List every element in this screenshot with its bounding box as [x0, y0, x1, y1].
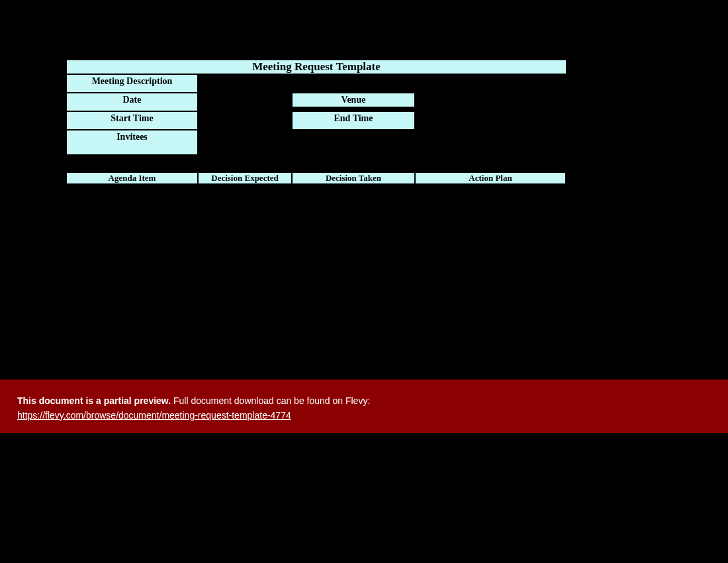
col-decision-expected: Decision Expected: [198, 172, 292, 184]
col-action-plan: Action Plan: [415, 172, 566, 184]
banner-link[interactable]: https://flevy.com/browse/document/meetin…: [17, 410, 291, 421]
col-agenda-item: Agenda Item: [66, 172, 198, 184]
label-venue: Venue: [292, 93, 415, 107]
banner-bold-text: This document is a partial preview.: [17, 395, 171, 406]
label-date: Date: [66, 93, 198, 111]
spacer: [198, 93, 292, 111]
label-end-time: End Time: [292, 111, 415, 130]
label-invitees: Invitees: [66, 130, 198, 155]
label-start-time: Start Time: [66, 111, 198, 130]
banner-text-line: This document is a partial preview. Full…: [17, 393, 711, 408]
label-meeting-description: Meeting Description: [66, 74, 198, 93]
meeting-request-template: Meeting Request Template Meeting Descrip…: [66, 60, 567, 184]
banner-rest-text: Full document download can be found on F…: [171, 395, 370, 406]
agenda-header-row: Agenda Item Decision Expected Decision T…: [66, 172, 567, 184]
col-decision-taken: Decision Taken: [292, 172, 415, 184]
template-title: Meeting Request Template: [66, 60, 567, 74]
spacer: [198, 111, 292, 130]
preview-banner: This document is a partial preview. Full…: [0, 380, 728, 433]
